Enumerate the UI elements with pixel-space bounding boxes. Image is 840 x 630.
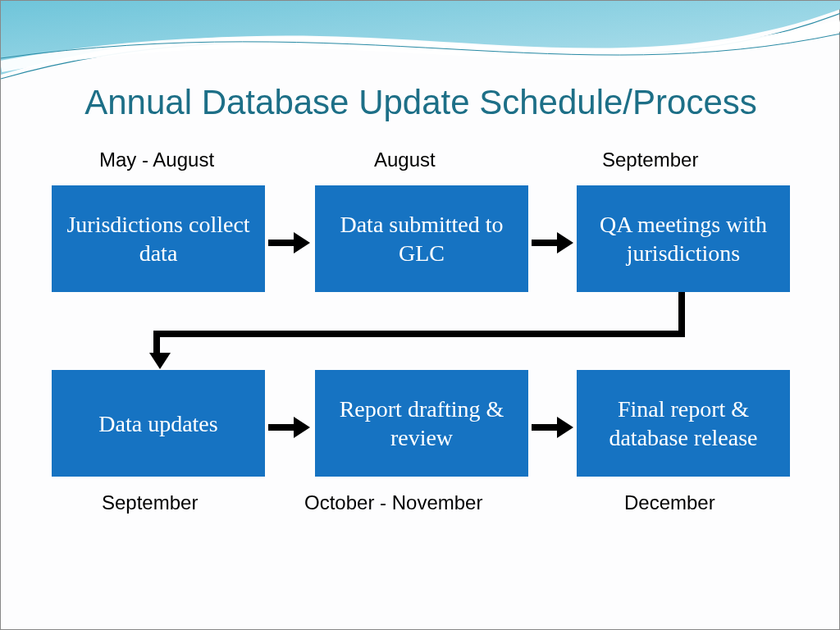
slide: Annual Database Update Schedule/Process …	[0, 0, 840, 630]
step-box-2: Data submitted to GLC	[315, 185, 528, 292]
step-box-1: Jurisdictions collect data	[52, 185, 265, 292]
period-label-1: May - August	[99, 148, 214, 171]
arrow-4-to-5	[268, 417, 310, 438]
step-box-5: Report drafting & review	[315, 370, 528, 477]
arrow-3-to-4-seg-across	[153, 331, 685, 337]
period-label-2: August	[374, 148, 436, 171]
arrow-2-to-3	[532, 232, 573, 253]
period-label-6: December	[624, 491, 715, 514]
step-box-6: Final report & database release	[577, 370, 790, 477]
period-label-4: September	[102, 491, 198, 514]
arrow-1-to-2	[268, 232, 310, 253]
step-box-3: QA meetings with jurisdictions	[577, 185, 790, 292]
arrow-3-to-4-seg-down2	[153, 331, 160, 355]
arrow-3-to-4-head	[149, 353, 171, 369]
period-label-5: October - November	[304, 491, 482, 514]
arrow-5-to-6	[532, 417, 573, 438]
step-box-4: Data updates	[52, 370, 265, 477]
period-label-3: September	[602, 148, 698, 171]
slide-title: Annual Database Update Schedule/Process	[1, 83, 840, 122]
